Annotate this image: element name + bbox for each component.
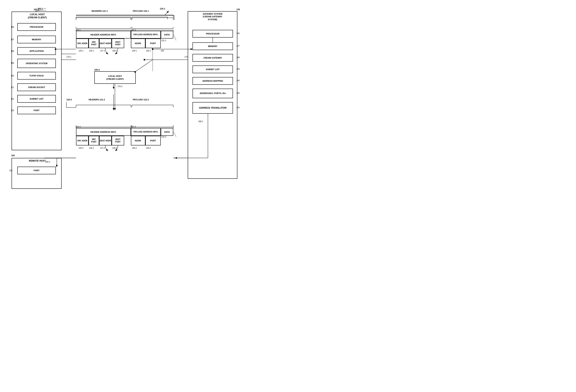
- gateway-proc-id: 136: [236, 32, 240, 34]
- packet2-packet-label: 120-2: [66, 98, 72, 101]
- port2-box: PORT: [145, 136, 161, 146]
- ref127-1: 127-1: [100, 50, 105, 52]
- ref130-1: 130-1: [146, 50, 151, 52]
- src-port2-box: SRC PORT: [88, 136, 99, 146]
- ref129-1: 129-1: [132, 50, 137, 52]
- local-host-os-id: 109: [11, 62, 14, 64]
- local-host-proc-id: 106: [11, 26, 14, 28]
- gateway-addrports-id: 145: [236, 92, 240, 94]
- local-host-port-box: PORT: [17, 107, 56, 114]
- dest-port1-box: DEST PORT: [112, 38, 124, 48]
- ref131-2: 131-2: [161, 136, 166, 138]
- addr2-box: ADDR.: [131, 136, 145, 146]
- data2-box: DATA: [161, 128, 173, 136]
- gateway-processor-box: PROCESSOR: [193, 30, 233, 37]
- svg-point-16: [144, 59, 145, 60]
- arrow-170-1-label: 170-1: [66, 56, 71, 58]
- gateway-mem-id: 137: [236, 45, 240, 47]
- pay-group2-id: 124-2: [131, 126, 136, 128]
- svg-point-49: [152, 48, 153, 50]
- payload-addr-info2-box: PAYLOAD ADDRESS INFO.: [131, 128, 161, 136]
- src-addr2-box: SRC ADDR: [76, 136, 88, 146]
- ref128-2: 128-2: [112, 147, 117, 149]
- local-host2-id-label: 105-2: [94, 68, 100, 71]
- local-host-os-box: OPERATING SYSTEM: [17, 59, 56, 68]
- header-addr-info2-box: HEADER ADDRESS INFO.: [76, 128, 131, 136]
- arrow-170-2-label: 170-2: [117, 85, 122, 88]
- gateway-135-label: 135: [236, 8, 240, 11]
- remote-host-port-box: PORT: [17, 167, 56, 174]
- src-addr1-box: SRC ADDR: [76, 38, 88, 48]
- headers1-label: HEADERS 121-1: [91, 10, 108, 12]
- ref130-2: 130-2: [146, 147, 151, 149]
- svg-line-69: [174, 132, 176, 137]
- diagram: 105-1 LOCAL HOST(CREAM CLIENT) PROCESSOR…: [0, 0, 288, 196]
- src-port1-box: SRC PORT: [88, 38, 99, 48]
- svg-line-47: [174, 35, 176, 40]
- hdr-group2-id: 123-2: [76, 126, 81, 128]
- remote-host-150-label: 150: [11, 154, 15, 157]
- gateway-addrtrans-id: 146: [236, 107, 240, 109]
- ref165: 165: [161, 50, 164, 52]
- ref126-2: 126-2: [89, 147, 94, 149]
- remote-host-title: REMOTE HOST: [14, 159, 60, 163]
- gateway-addr-translator-box: ADDRESS TRANSLATOR: [193, 102, 233, 114]
- payload-addr-info1-box: PAYLOAD ADDRESS INFO.: [131, 31, 161, 38]
- local-host-application-box: APPLICATION: [17, 47, 56, 55]
- ref126-1: 126-1: [89, 50, 94, 52]
- svg-line-40: [165, 11, 169, 15]
- addr1-box: ADDR.: [131, 38, 145, 48]
- local-host-cream-socket-box: CREAM SOCKET: [17, 83, 56, 91]
- header-addr-info1-box: HEADER ADDRESS INFO.: [76, 31, 131, 38]
- local-host-subnet-box: SUBNET LIST: [17, 95, 56, 103]
- local-host-memory-box: MEMORY: [17, 36, 56, 43]
- ref129-2: 129-2: [132, 147, 137, 149]
- dest-addr2-box: DEST ADDR: [99, 136, 112, 146]
- payload2-label: PAYLOAD 122-2: [133, 98, 149, 101]
- gateway-addr-mapping-box: ADDRESS MAPPING: [193, 77, 233, 85]
- local-host-subnet-id: 112: [11, 98, 14, 100]
- local-host-port-id: 113: [11, 109, 14, 112]
- local-host-app-id: 108: [11, 50, 14, 52]
- data1-box: DATA: [161, 31, 173, 38]
- local-host-tcp-id: 110: [11, 75, 14, 77]
- port1-box: PORT: [145, 38, 161, 48]
- ref131-1: 131-1: [161, 39, 166, 42]
- svg-line-51: [136, 60, 153, 71]
- local-host-outer-box: [12, 12, 62, 150]
- local-host-cream-id: 111: [11, 86, 14, 89]
- headers2-label: HEADERS 121-2: [88, 98, 105, 101]
- gateway-addr-ports-box: ADDRESSES, PORTS, IDs: [193, 89, 233, 98]
- local-host-tcpip-box: TCP/IP STACK: [17, 72, 56, 80]
- gateway-title: GATEWAY SYSTEM(CREAM GATEWAYSYSTEM): [189, 12, 236, 21]
- dest-port2-box: DEST PORT: [112, 136, 124, 146]
- local-host2-box: LOCAL HOST(CREAM CLIENT): [94, 71, 136, 84]
- arrow-180-2-label: 180-2: [45, 161, 50, 163]
- local-host-processor-box: PROCESSOR: [17, 23, 56, 31]
- gateway-memory-box: MEMORY: [193, 42, 233, 50]
- packet1-id-label: 120-1: [160, 7, 165, 10]
- gateway-subnet-id: 139: [236, 68, 240, 70]
- local-host-title: LOCAL HOST(CREAM CLIENT): [14, 13, 60, 19]
- arrow-180-1-label: 180-1: [198, 121, 203, 122]
- ref128-1: 128-1: [112, 50, 117, 52]
- ref127-2: 127-2: [100, 147, 105, 149]
- gateway-addrmap-id: 140: [236, 80, 240, 82]
- payload1-label: PAYLOAD 122-1: [133, 10, 149, 12]
- local-host-105-label: 105-1: [37, 7, 43, 10]
- ref125-2: 125-2: [79, 147, 84, 149]
- gateway-subnet-box: SUBNET LIST: [193, 65, 233, 73]
- local-host-mem-id: 107: [11, 38, 14, 41]
- gateway-cream-box: CREAM GATEWAY: [193, 54, 233, 62]
- remote-host-port-id: 155: [9, 170, 12, 172]
- ref125-1: 125-1: [79, 50, 84, 52]
- gateway-cream-id: 138: [236, 57, 240, 59]
- dest-addr1-box: DEST ADDR: [99, 38, 112, 48]
